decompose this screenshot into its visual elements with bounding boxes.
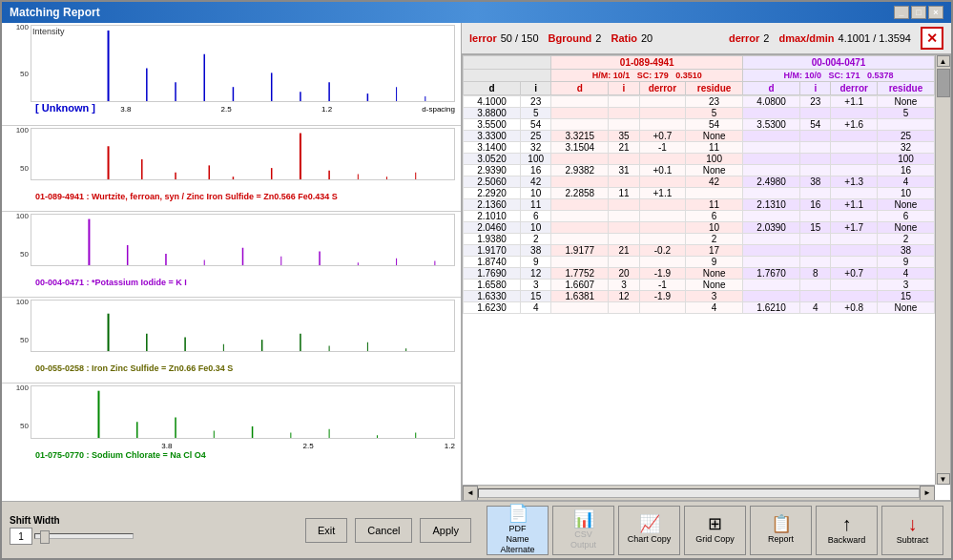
chart-copy-label: Chart Copy	[628, 534, 672, 545]
table-row: 2.1360 11 11 2.1310 16 +1.1 None	[464, 199, 935, 211]
ratio-group: Ratio 20	[611, 32, 653, 44]
chart-label-p1: 01-089-4941 : Wurtzite, ferroan, syn / Z…	[35, 192, 338, 201]
col-d: d	[464, 82, 521, 95]
chart-pattern2: 100 50 00-004-0471 : *Pot	[2, 212, 461, 298]
main-content: 100 50 Intensity	[2, 23, 951, 501]
th-compound2-detail: H/M: 10/0 SC: 171 0.5378	[743, 70, 935, 82]
th-compound2: 00-004-0471	[743, 56, 935, 70]
scroll-thumb[interactable]	[937, 69, 950, 97]
chart-label-unknown: [ Unknown ]	[35, 102, 95, 114]
main-window: Matching Report _ □ × 100 50 Intensity	[0, 0, 953, 560]
exit-button[interactable]: Exit	[305, 518, 347, 543]
table-row: 3.1400 32 3.1504 21 -1 11 32	[464, 142, 935, 154]
chart-svg-p3	[31, 300, 455, 352]
slider-thumb[interactable]	[40, 530, 50, 544]
table-row: 4.1000 23 23 4.0800 23 +1.1 None	[464, 96, 935, 108]
scroll-up-btn[interactable]: ▲	[937, 55, 950, 67]
v-scrollbar[interactable]: ▲ ▼	[935, 55, 950, 485]
lerror-value: 50 / 150	[501, 32, 539, 44]
chart-unknown: 100 50 Intensity	[2, 23, 461, 126]
table-row: 1.7690 12 1.7752 20 -1.9 None 1.7670 8 +…	[464, 268, 935, 280]
subtract-icon: ↓	[908, 514, 918, 533]
chart-svg-unknown	[31, 25, 455, 102]
col-residue3: residue	[877, 82, 934, 95]
subtract-label: Subtract	[897, 535, 929, 546]
report-icon: 📋	[771, 515, 792, 532]
compound1-id: 01-089-4941	[620, 57, 674, 68]
table-row: 1.6330 15 1.6381 12 -1.9 3 15	[464, 291, 935, 302]
chart-label-p4: 01-075-0770 : Sodium Chlorate = Na Cl O4	[35, 450, 206, 460]
th-empty	[464, 56, 551, 70]
cancel-button[interactable]: Cancel	[355, 518, 412, 543]
table-body-scroll[interactable]: 4.1000 23 23 4.0800 23 +1.1 None 3.8800 …	[463, 95, 935, 485]
ratio-value: 20	[641, 32, 653, 44]
chart-pattern4: 100 50 3.8 2.	[2, 384, 461, 469]
shift-row: 1	[10, 528, 134, 545]
derror-group: derror 2	[729, 32, 770, 44]
maximize-button[interactable]: □	[911, 6, 926, 19]
backward-button[interactable]: ↑ Backward	[816, 506, 878, 555]
h-scroll-track[interactable]	[478, 488, 920, 498]
grid-copy-label: Grid Copy	[695, 534, 735, 545]
table-row: 2.1010 6 6 6	[464, 211, 935, 222]
scroll-left-btn[interactable]: ◄	[463, 486, 478, 501]
chart-label-p3: 00-055-0258 : Iron Zinc Sulfide = Zn0.66…	[35, 363, 233, 373]
bottom-controls: Shift Width 1 Exit Cancel Apply 📄 PDFNam…	[2, 501, 951, 558]
pdf-button[interactable]: 📄 PDFNameAlternate	[487, 506, 549, 555]
charts-panel: 100 50 Intensity	[2, 23, 462, 501]
table-row: 2.2920 10 2.2858 11 +1.1 10	[464, 188, 935, 199]
lerror-label: lerror	[469, 32, 497, 44]
scroll-down-btn[interactable]: ▼	[937, 473, 950, 485]
grid-copy-button[interactable]: ⊞ Grid Copy	[684, 506, 746, 555]
csv-button[interactable]: 📊 CSVOutput	[552, 506, 614, 555]
y-axis-p4: 100 50	[2, 384, 31, 460]
col-derror3: derror	[831, 82, 877, 95]
shift-number[interactable]: 1	[10, 528, 32, 545]
th-empty2	[464, 70, 551, 82]
chart-svg-p2	[31, 214, 455, 266]
close-button[interactable]: ×	[928, 6, 943, 19]
x-axis-p4: 3.8 2.5 1.2	[31, 441, 455, 450]
col-i2: i	[609, 82, 639, 95]
bground-value: 2	[595, 32, 601, 44]
col-derror: derror	[639, 82, 685, 95]
table-row: 3.8800 5 5 5	[464, 108, 935, 119]
report-button[interactable]: 📋 Report	[750, 506, 812, 555]
compound2-id: 00-004-0471	[812, 57, 866, 68]
table-container: 01-089-4941 00-004-0471 H/M: 10/1	[463, 55, 935, 485]
th-compound1-detail: H/M: 10/1 SC: 179 0.3510	[551, 70, 743, 82]
subtract-button[interactable]: ↓ Subtract	[881, 506, 943, 555]
pdf-label: PDFNameAlternate	[500, 524, 534, 554]
derror-value: 2	[763, 32, 769, 44]
x-axis-p2	[31, 268, 455, 278]
title-bar: Matching Report _ □ ×	[2, 2, 951, 23]
col-d3: d	[743, 82, 800, 95]
scroll-right-btn[interactable]: ►	[920, 486, 935, 501]
c2-sc: SC: 171	[829, 71, 860, 80]
pdf-icon: 📄	[508, 505, 528, 522]
table-row: 1.6230 4 4 1.6210 4 +0.8 None	[464, 302, 935, 314]
report-label: Report	[768, 534, 794, 545]
window-title: Matching Report	[10, 6, 100, 19]
y-axis-p3: 100 50	[2, 298, 31, 373]
c1-val: 0.3510	[675, 71, 702, 80]
col-d2: d	[551, 82, 609, 95]
y-axis-unknown: 100 50	[2, 23, 31, 115]
backward-icon: ↑	[842, 514, 852, 533]
bground-group: Bground 2	[549, 32, 602, 44]
title-bar-buttons: _ □ ×	[894, 6, 943, 19]
lerror-group: lerror 50 / 150	[469, 32, 539, 44]
derror-label: derror	[729, 32, 759, 44]
chart-svg-p4	[31, 385, 455, 439]
table-row: 1.6580 3 1.6607 3 -1 None 3	[464, 280, 935, 291]
x-axis-p3	[31, 354, 455, 363]
minimize-button[interactable]: _	[894, 6, 909, 19]
h-scrollbar[interactable]: ◄ ►	[463, 485, 935, 500]
slider-track[interactable]	[34, 533, 134, 539]
bground-label: Bground	[549, 32, 592, 44]
ratio-label: Ratio	[611, 32, 637, 44]
table-row: 3.0520 100 100 100	[464, 154, 935, 165]
apply-button[interactable]: Apply	[420, 518, 471, 543]
chart-copy-button[interactable]: 📈 Chart Copy	[618, 506, 680, 555]
close-x-button[interactable]: ✕	[921, 27, 943, 50]
